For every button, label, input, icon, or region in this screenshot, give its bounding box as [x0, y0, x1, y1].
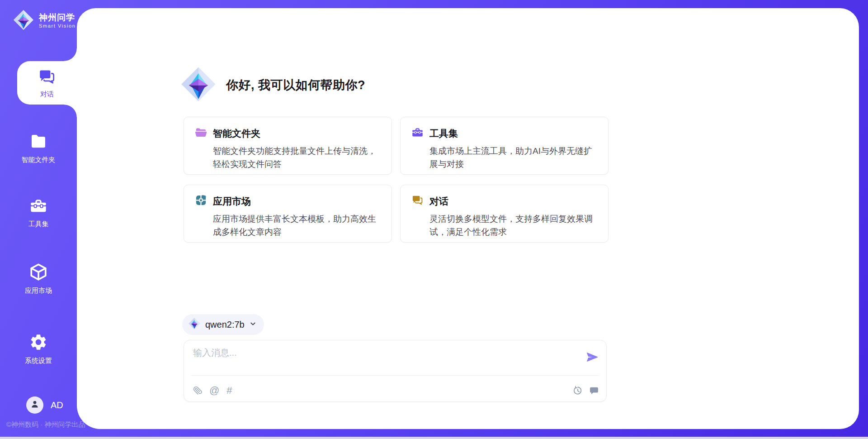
card-toolset[interactable]: 工具集 集成市场上主流工具，助力AI与外界无缝扩展与对接 — [400, 117, 609, 175]
model-name: qwen2:7b — [205, 320, 245, 330]
sidebar-item-chat[interactable]: 对话 — [17, 61, 77, 105]
feature-cards: 智能文件夹 智能文件夹功能支持批量文件上传与清洗，轻松实现文件问答 工具集 集成… — [184, 117, 609, 243]
toolbox-icon — [29, 197, 47, 217]
apps-grid-icon — [195, 194, 207, 208]
gem-diamond-icon — [180, 66, 217, 105]
at-sign-icon[interactable]: @ — [209, 386, 219, 396]
history-icon[interactable] — [573, 386, 583, 396]
card-title: 智能文件夹 — [213, 127, 260, 140]
gear-icon — [29, 333, 48, 353]
user-account[interactable]: AD — [26, 396, 63, 414]
folder-open-icon — [195, 126, 207, 140]
sidebar-item-settings[interactable]: 系统设置 — [0, 333, 77, 365]
message-input[interactable] — [193, 347, 577, 373]
chevron-down-icon — [249, 320, 257, 329]
card-title: 对话 — [429, 195, 448, 208]
brand-subtitle: Smart Vision — [39, 23, 75, 29]
sidebar-item-label: 工具集 — [28, 220, 49, 228]
briefcase-icon — [411, 126, 424, 140]
composer-toolbar-left: @ # — [193, 386, 232, 396]
copyright-footer: ©神州数码 · 神州问学出品 — [6, 420, 85, 429]
composer-toolbar-right — [573, 386, 599, 396]
model-selector[interactable]: qwen2:7b — [182, 314, 264, 335]
card-description: 智能文件夹功能支持批量文件上传与清洗，轻松实现文件问答 — [213, 144, 381, 171]
paperclip-icon[interactable] — [193, 386, 202, 395]
chat-bubble-icon[interactable] — [589, 386, 599, 396]
gem-diamond-icon — [13, 9, 34, 33]
greeting-title: 你好, 我可以如何帮助你? — [226, 77, 365, 93]
chat-bubbles-gold-icon — [411, 194, 424, 208]
card-chat[interactable]: 对话 灵活切换多模型文件，支持多样回复效果调试，满足个性化需求 — [400, 185, 609, 243]
card-description: 灵活切换多模型文件，支持多样回复效果调试，满足个性化需求 — [429, 212, 597, 239]
sidebar-item-label: 智能文件夹 — [22, 156, 56, 164]
brand-name: 神州问学 — [39, 13, 75, 23]
sidebar-item-label: 应用市场 — [25, 286, 52, 295]
cube-icon — [29, 262, 48, 283]
sidebar: 神州问学 Smart Vision 对话 智能文件夹 — [0, 0, 77, 439]
sidebar-item-toolset[interactable]: 工具集 — [0, 197, 77, 228]
sidebar-item-label: 对话 — [40, 90, 54, 98]
chat-bubbles-icon — [38, 68, 56, 88]
card-description: 应用市场提供丰富长文本模板，助力高效生成多样化文章内容 — [213, 212, 381, 239]
sidebar-item-smart-folder[interactable]: 智能文件夹 — [0, 133, 77, 164]
send-icon[interactable] — [585, 350, 599, 364]
person-icon — [30, 399, 40, 411]
sidebar-item-label: 系统设置 — [25, 357, 52, 365]
card-smart-folder[interactable]: 智能文件夹 智能文件夹功能支持批量文件上传与清洗，轻松实现文件问答 — [184, 117, 392, 175]
gem-diamond-icon — [188, 317, 201, 332]
sidebar-item-app-market[interactable]: 应用市场 — [0, 262, 77, 295]
card-description: 集成市场上主流工具，助力AI与外界无缝扩展与对接 — [429, 144, 597, 171]
brand-logo: 神州问学 Smart Vision — [13, 9, 75, 33]
card-title: 应用市场 — [213, 195, 251, 208]
message-composer: @ # — [184, 340, 607, 402]
card-app-market[interactable]: 应用市场 应用市场提供丰富长文本模板，助力高效生成多样化文章内容 — [184, 185, 392, 243]
avatar — [26, 396, 43, 414]
hash-icon[interactable]: # — [226, 386, 232, 396]
folder-icon — [29, 133, 47, 153]
user-name: AD — [51, 400, 63, 410]
composer-divider — [191, 375, 599, 376]
greeting-block: 你好, 我可以如何帮助你? — [180, 66, 365, 105]
bottom-edge-strip — [0, 437, 868, 439]
card-title: 工具集 — [429, 127, 458, 140]
